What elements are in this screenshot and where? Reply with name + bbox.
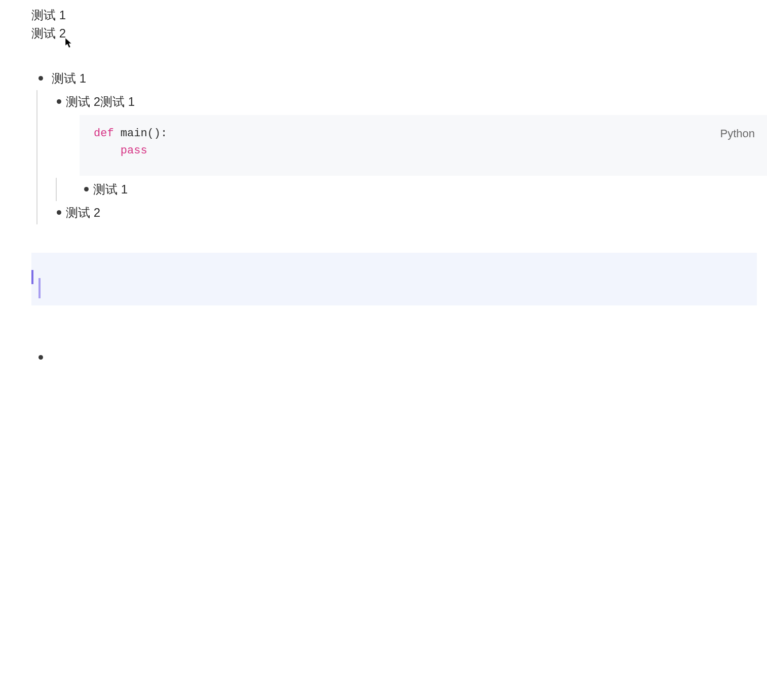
- blockquote[interactable]: [31, 253, 757, 305]
- list-item-text: 测试 2测试 1: [66, 95, 135, 108]
- plain-line-2[interactable]: 测试 2: [31, 24, 757, 43]
- list-item[interactable]: 测试 1: [57, 178, 757, 201]
- list-item[interactable]: 测试 2: [37, 201, 757, 224]
- bullet-icon: [39, 76, 43, 81]
- bullet-icon: [57, 210, 61, 215]
- list-item[interactable]: 测试 2测试 1 Python def main(): pass 测试 1: [37, 90, 757, 201]
- quote-bar-icon: [31, 270, 33, 284]
- code-language-label: Python: [720, 123, 755, 144]
- bullet-list[interactable]: 测试 1 测试 2测试 1 Python def main(): pass 测试…: [31, 67, 757, 224]
- list-item-text: 测试 1: [52, 71, 86, 85]
- bullet-icon: [39, 355, 43, 360]
- nested-list[interactable]: 测试 2测试 1 Python def main(): pass 测试 1: [36, 90, 757, 224]
- code-content[interactable]: def main(): pass: [94, 125, 753, 160]
- quote-bar-icon: [39, 278, 41, 298]
- plain-line-1[interactable]: 测试 1: [31, 6, 757, 24]
- list-item[interactable]: 测试 1 测试 2测试 1 Python def main(): pass 测试…: [31, 67, 757, 224]
- bullet-icon: [57, 99, 61, 104]
- bullet-icon: [84, 187, 89, 191]
- list-item[interactable]: [31, 346, 757, 361]
- nested-list-2[interactable]: 测试 1: [56, 178, 757, 201]
- bullet-list-empty[interactable]: [31, 346, 757, 361]
- code-block[interactable]: Python def main(): pass: [80, 115, 767, 176]
- list-item-text: 测试 2: [66, 206, 100, 219]
- list-item-text: 测试 1: [93, 182, 128, 196]
